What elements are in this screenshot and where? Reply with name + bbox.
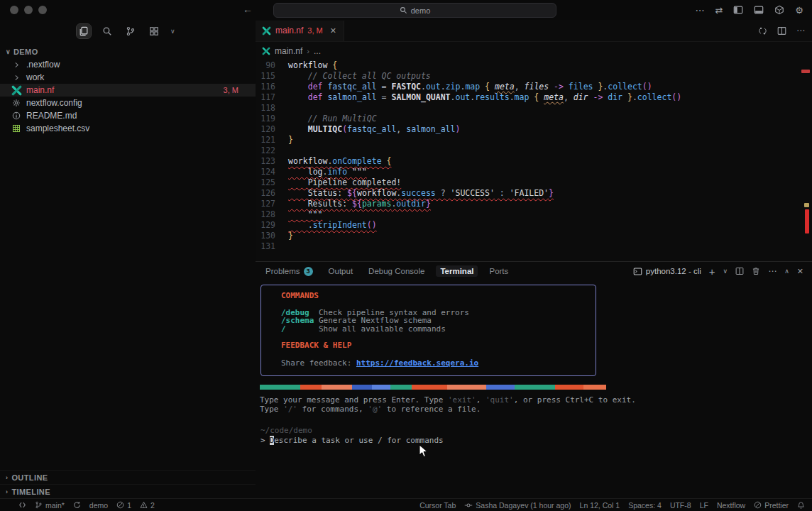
statusbar-item-demo[interactable]: demo	[89, 501, 108, 510]
launch-profile-chevron-icon[interactable]: ∨	[723, 268, 728, 275]
code-line-126[interactable]: 126 Status: ${workflow.success ? 'SUCCES…	[256, 188, 812, 199]
file-label: README.md	[26, 111, 77, 121]
command-center-search[interactable]: demo	[273, 3, 556, 18]
code-line-128[interactable]: 128 """	[256, 209, 812, 220]
code-area[interactable]: 90workflow {115 // Collect all QC output…	[256, 60, 812, 252]
terminal-viewport[interactable]: COMMANDS /debugCheck pipeline syntax and…	[256, 285, 812, 502]
feedback-link[interactable]: https://feedback.seqera.io	[356, 358, 478, 368]
code-line-123[interactable]: 123workflow.onComplete {	[256, 156, 812, 167]
close-tab-icon[interactable]: ✕	[330, 26, 336, 35]
panel-tab-debug-console[interactable]: Debug Console	[368, 267, 424, 275]
statusbar-item-spaces-4[interactable]: Spaces: 4	[628, 501, 662, 510]
new-terminal-plus-icon[interactable]: +	[709, 266, 715, 277]
tab-label: main.nf	[275, 26, 303, 35]
more-horizontal-icon[interactable]: ⋯	[796, 26, 805, 35]
file-row-main-nf[interactable]: main.nf3, M	[0, 84, 256, 97]
file-row-work[interactable]: work	[0, 71, 256, 84]
panel-header: Problems3OutputDebug ConsoleTerminalPort…	[256, 262, 812, 280]
panel-tab-ports[interactable]: Ports	[489, 267, 508, 275]
tab-main-nf[interactable]: main.nf 3, M ✕	[256, 21, 344, 41]
panel-tab-problems[interactable]: Problems3	[265, 267, 313, 276]
code-line-116[interactable]: 116 def fastqc_all = FASTQC.out.zip.map …	[256, 82, 812, 92]
file-row-nextflow-config[interactable]: nextflow.config	[0, 97, 256, 109]
editor-group: main.nf 3, M ✕ ⋯ main.nf › ... 90workflo…	[256, 20, 812, 261]
outline-section[interactable]: › OUTLINE	[0, 470, 256, 484]
rainbow-segment	[486, 385, 515, 390]
file-label: nextflow.config	[26, 98, 82, 108]
settings-gear-icon[interactable]: ⚙	[795, 6, 803, 15]
statusbar-label: Prettier	[764, 501, 789, 510]
more-horizontal-icon[interactable]: ⋯	[695, 6, 704, 15]
line-number: 120	[256, 124, 275, 135]
kill-terminal-trash-icon[interactable]	[752, 267, 760, 275]
code-line-131[interactable]: 131	[256, 241, 812, 252]
code-line-122[interactable]: 122	[256, 145, 812, 156]
statusbar-label: UTF-8	[670, 501, 691, 510]
source-control-icon[interactable]	[124, 24, 138, 38]
code-line-118[interactable]: 118	[256, 103, 812, 114]
timeline-section[interactable]: › TIMELINE	[0, 484, 256, 498]
code-line-90[interactable]: 90workflow {	[256, 60, 812, 71]
minimize-window-button[interactable]	[24, 6, 33, 14]
close-window-button[interactable]	[10, 6, 18, 14]
statusbar-item-1[interactable]: 1	[116, 501, 131, 510]
statusbar-label: 2	[150, 501, 155, 510]
breadcrumb-file[interactable]: main.nf	[275, 46, 302, 56]
feedback-header: FEEDBACK & HELP	[281, 341, 596, 350]
more-horizontal-icon[interactable]: ⋯	[768, 267, 777, 275]
explorer-files-icon[interactable]	[77, 24, 91, 38]
code-line-117[interactable]: 117 def salmon_all = SALMON_QUANT.out.re…	[256, 92, 812, 103]
cube-icon[interactable]	[774, 5, 784, 15]
csv-icon	[10, 124, 23, 133]
statusbar-item-prettier[interactable]: Prettier	[754, 501, 789, 510]
breadcrumb-rest[interactable]: ...	[314, 46, 321, 56]
maximize-chevron-up-icon[interactable]: ∧	[784, 268, 789, 275]
code-line-130[interactable]: 130}	[256, 231, 812, 241]
statusbar-item-ln-12-col-1[interactable]: Ln 12, Col 1	[580, 501, 620, 510]
panel-tab-label: Problems	[265, 267, 300, 275]
panel-left-icon[interactable]	[733, 5, 743, 15]
file-row-readme-md[interactable]: README.md	[0, 109, 256, 122]
code-line-124[interactable]: 124 log.info """	[256, 167, 812, 177]
statusbar-item-lf[interactable]: LF	[700, 501, 708, 510]
search-icon[interactable]	[100, 24, 114, 38]
rainbow-segment	[583, 385, 606, 390]
code-line-129[interactable]: 129 .stripIndent()	[256, 220, 812, 231]
file-row--nextflow[interactable]: .nextflow	[0, 58, 256, 71]
panel-tab-output[interactable]: Output	[329, 267, 353, 275]
zoom-window-button[interactable]	[38, 6, 47, 14]
statusbar-item-nextflow[interactable]: Nextflow	[717, 501, 745, 510]
code-line-127[interactable]: 127 Results: ${params.outdir}	[256, 199, 812, 209]
statusbar-item-sasha-dagayev-1-hour-ago[interactable]: Sasha Dagayev (1 hour ago)	[464, 501, 571, 510]
panel-tab-terminal[interactable]: Terminal	[436, 265, 478, 277]
statusbar-item-bell[interactable]	[797, 501, 805, 510]
panel-bottom-icon[interactable]	[754, 5, 764, 15]
statusbar-item-main[interactable]: main*	[35, 501, 65, 510]
explorer-section-header[interactable]: ∨ DEMO	[0, 45, 256, 58]
terminal-prompt[interactable]: >Describe a task or use / for commands	[260, 436, 812, 445]
layout-swap-icon[interactable]: ⇄	[715, 6, 723, 15]
statusbar-item-sync[interactable]	[73, 501, 81, 509]
terminal-process-item[interactable]: python3.12 - cli	[633, 267, 701, 276]
breadcrumb[interactable]: main.nf › ...	[256, 42, 812, 60]
run-cells-sync-icon[interactable]	[758, 26, 767, 35]
back-icon[interactable]: ←	[243, 4, 253, 15]
mouse-cursor	[419, 444, 428, 458]
code-line-115[interactable]: 115 // Collect all QC outputs	[256, 71, 812, 82]
file-row-samplesheet-csv[interactable]: samplesheet.csv	[0, 122, 256, 135]
split-terminal-icon[interactable]	[735, 267, 744, 275]
statusbar-item-remote[interactable]	[18, 501, 26, 509]
statusbar-item-cursor-tab[interactable]: Cursor Tab	[419, 501, 456, 510]
code-line-119[interactable]: 119 // Run MultiQC	[256, 114, 812, 124]
statusbar-item-utf-8[interactable]: UTF-8	[670, 501, 691, 510]
section-chevron-icon: ∨	[6, 48, 11, 55]
extensions-grid-icon[interactable]	[147, 24, 161, 38]
split-editor-icon[interactable]	[777, 26, 786, 35]
chevron-down-icon[interactable]: ∨	[170, 28, 175, 35]
code-line-120[interactable]: 120 MULTIQC(fastqc_all, salmon_all)	[256, 124, 812, 135]
code-line-125[interactable]: 125 Pipeline completed!	[256, 177, 812, 188]
close-panel-icon[interactable]: ✕	[797, 268, 803, 275]
statusbar-item-2[interactable]: 2	[140, 501, 155, 510]
code-line-121[interactable]: 121}	[256, 135, 812, 145]
line-content: MULTIQC(fastqc_all, salmon_all)	[288, 124, 460, 135]
